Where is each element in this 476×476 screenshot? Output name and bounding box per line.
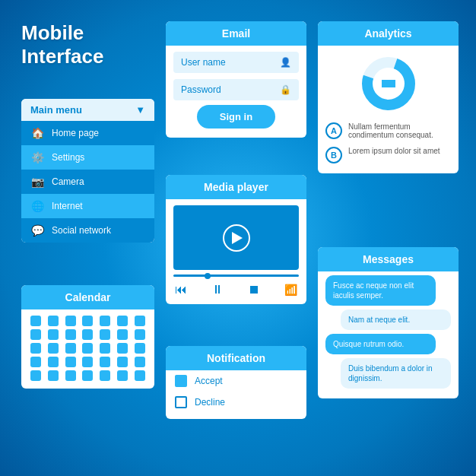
email-card: Email User name 👤 Password 🔒 Sign in: [166, 21, 306, 138]
rewind-icon[interactable]: ⏮: [175, 283, 187, 297]
analytics-card: Analytics A Nullam fermentum condimentum…: [318, 21, 459, 173]
accept-checkbox[interactable]: [175, 375, 187, 387]
page-title: Mobile Interface: [21, 21, 103, 68]
analytics-header: Analytics: [318, 21, 459, 46]
settings-icon: ⚙️: [30, 151, 44, 164]
calendar-day[interactable]: [135, 357, 145, 367]
progress-bar[interactable]: [173, 274, 299, 277]
calendar-day[interactable]: [48, 316, 59, 326]
calendar-day[interactable]: [30, 329, 41, 340]
media-card: Media player ⏮ ⏸ ⏹ 📶: [166, 175, 306, 304]
social-icon: 💬: [30, 224, 44, 237]
calendar-day[interactable]: [30, 357, 41, 367]
calendar-day[interactable]: [82, 370, 93, 381]
user-icon: 👤: [280, 57, 291, 68]
calendar-day[interactable]: [30, 343, 41, 354]
messages-card: Messages Fusce ac neque non elit iaculis…: [318, 247, 459, 398]
message-bubble: Fusce ac neque non elit iaculis semper.: [325, 275, 436, 306]
calendar-day[interactable]: [30, 316, 41, 326]
menu-card: Main menu ▼ 🏠 Home page ⚙️ Settings 📷 Ca…: [21, 99, 154, 243]
badge-a: A: [325, 122, 342, 139]
calendar-day[interactable]: [82, 329, 93, 340]
svg-rect-3: [377, 90, 400, 92]
notification-card: Notification Accept Decline: [166, 346, 306, 419]
decline-checkbox[interactable]: [175, 396, 187, 408]
calendar-day[interactable]: [100, 343, 110, 354]
media-screen: [173, 205, 299, 270]
donut-svg: [358, 53, 419, 114]
calendar-grid: [21, 309, 154, 389]
message-bubble: Duis bibendum a dolor in dignissim.: [341, 358, 451, 389]
menu-item-internet[interactable]: 🌐 Internet: [21, 194, 154, 218]
calendar-day[interactable]: [117, 370, 128, 381]
calendar-day[interactable]: [30, 370, 41, 381]
calendar-day[interactable]: [100, 357, 110, 367]
menu-item-camera[interactable]: 📷 Camera: [21, 170, 154, 194]
donut-chart: [318, 46, 459, 119]
camera-icon: 📷: [30, 175, 44, 189]
calendar-day[interactable]: [65, 316, 76, 326]
calendar-day[interactable]: [117, 329, 128, 340]
analytics-item-a: A Nullam fermentum condimentum consequat…: [318, 119, 459, 143]
calendar-day[interactable]: [82, 316, 93, 326]
play-icon: [232, 232, 243, 244]
calendar-day[interactable]: [100, 329, 110, 340]
menu-item-settings[interactable]: ⚙️ Settings: [21, 145, 154, 170]
calendar-card: Calendar: [21, 285, 154, 389]
calendar-day[interactable]: [48, 357, 59, 367]
calendar-day[interactable]: [48, 329, 59, 340]
calendar-day[interactable]: [135, 316, 145, 326]
email-header: Email: [166, 21, 306, 46]
lock-icon: 🔒: [280, 84, 291, 95]
username-field[interactable]: User name 👤: [173, 52, 299, 73]
badge-b: B: [325, 147, 342, 163]
calendar-day[interactable]: [65, 343, 76, 354]
calendar-day[interactable]: [82, 357, 93, 367]
calendar-day[interactable]: [135, 370, 145, 381]
calendar-day[interactable]: [117, 316, 128, 326]
calendar-day[interactable]: [100, 316, 110, 326]
play-button[interactable]: [223, 224, 250, 252]
calendar-day[interactable]: [135, 343, 145, 354]
message-bubble: Nam at neque elit.: [341, 309, 451, 330]
calendar-header: Calendar: [21, 285, 154, 309]
pause-icon[interactable]: ⏸: [211, 283, 224, 297]
stop-icon[interactable]: ⏹: [248, 283, 260, 297]
svg-rect-4: [382, 80, 395, 87]
calendar-day[interactable]: [48, 343, 59, 354]
progress-indicator: [205, 273, 211, 279]
calendar-day[interactable]: [100, 370, 110, 381]
media-controls: ⏮ ⏸ ⏹ 📶: [166, 280, 306, 304]
calendar-day[interactable]: [65, 370, 76, 381]
notification-accept[interactable]: Accept: [166, 370, 306, 392]
password-field[interactable]: Password 🔒: [173, 79, 299, 100]
home-icon: 🏠: [30, 126, 44, 140]
analytics-item-b: B Lorem ipsum dolor sit amet: [318, 143, 459, 167]
notification-decline[interactable]: Decline: [166, 392, 306, 413]
sign-in-button[interactable]: Sign in: [197, 105, 275, 129]
menu-dropdown[interactable]: Main menu ▼: [21, 99, 154, 121]
menu-item-social[interactable]: 💬 Social network: [21, 218, 154, 243]
media-header: Media player: [166, 175, 306, 199]
calendar-day[interactable]: [117, 357, 128, 367]
volume-icon[interactable]: 📶: [284, 284, 297, 296]
calendar-day[interactable]: [135, 329, 145, 340]
calendar-day[interactable]: [65, 329, 76, 340]
menu-item-home[interactable]: 🏠 Home page: [21, 121, 154, 145]
calendar-day[interactable]: [117, 343, 128, 354]
chevron-down-icon: ▼: [135, 104, 145, 116]
notification-header: Notification: [166, 346, 306, 370]
message-bubble: Quisque rutrum odio.: [325, 334, 436, 354]
calendar-day[interactable]: [65, 357, 76, 367]
messages-header: Messages: [318, 247, 459, 271]
calendar-day[interactable]: [82, 343, 93, 354]
internet-icon: 🌐: [30, 199, 44, 213]
calendar-day[interactable]: [48, 370, 59, 381]
